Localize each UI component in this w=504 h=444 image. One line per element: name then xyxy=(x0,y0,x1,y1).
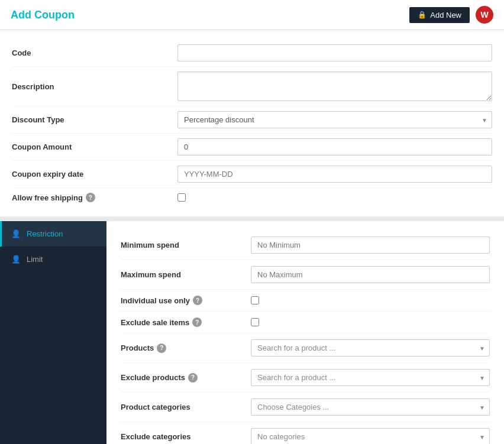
product-categories-select-wrapper: Choose Categoies ... ▼ xyxy=(251,398,490,416)
free-shipping-checkbox[interactable] xyxy=(177,193,186,202)
tab-limit[interactable]: 👤 Limit xyxy=(0,247,106,272)
individual-use-help-icon[interactable]: ? xyxy=(193,296,202,305)
page-title: Add Coupon xyxy=(11,9,75,21)
coupon-amount-row: Coupon Amount xyxy=(12,134,492,161)
discount-type-row: Discount Type Percentage discount Fixed … xyxy=(12,106,492,134)
exclude-sale-label: Exclude sale items ? xyxy=(121,317,251,327)
products-select-wrapper: Search for a product ... ▼ xyxy=(251,339,490,357)
exclude-sale-help-icon[interactable]: ? xyxy=(192,317,202,327)
free-shipping-row: Allow free shipping ? xyxy=(12,188,492,207)
products-label: Products ? xyxy=(121,343,251,353)
exclude-products-select[interactable]: Search for a product ... xyxy=(251,369,490,386)
min-spend-label: Minimum spend xyxy=(121,241,251,249)
products-select[interactable]: Search for a product ... xyxy=(251,339,490,357)
add-new-button[interactable]: 🔒 Add New xyxy=(409,7,470,23)
free-shipping-label: Allow free shipping ? xyxy=(12,193,177,202)
expiry-date-row: Coupon expiry date xyxy=(12,161,492,188)
restriction-tab-content: Minimum spend Maximum spend Individual u… xyxy=(106,221,504,444)
discount-type-select[interactable]: Percentage discount Fixed cart discount … xyxy=(177,111,492,128)
description-row: Description xyxy=(12,67,492,106)
max-spend-input[interactable] xyxy=(251,266,490,283)
min-spend-row: Minimum spend xyxy=(121,231,490,260)
coupon-amount-input[interactable] xyxy=(177,138,492,155)
exclude-products-label: Exclude products ? xyxy=(121,373,251,383)
free-shipping-help-icon[interactable]: ? xyxy=(86,193,95,202)
exclude-products-select-wrapper: Search for a product ... ▼ xyxy=(251,369,490,386)
individual-use-checkbox[interactable] xyxy=(251,296,259,304)
main-content: Code Description Discount Type Percentag… xyxy=(0,30,504,444)
max-spend-label: Maximum spend xyxy=(121,270,251,279)
products-row: Products ? Search for a product ... ▼ xyxy=(121,333,490,363)
product-categories-label: Product categories xyxy=(121,403,251,411)
max-spend-row: Maximum spend xyxy=(121,260,490,290)
top-bar: Add Coupon 🔒 Add New W xyxy=(0,0,504,30)
tabs-container: 👤 Restriction 👤 Limit Minimum spend Maxi… xyxy=(0,221,504,444)
discount-type-label: Discount Type xyxy=(12,115,177,124)
limit-icon: 👤 xyxy=(11,255,21,264)
tab-restriction[interactable]: 👤 Restriction xyxy=(0,221,106,247)
exclude-categories-row: Exclude categories No categories ▼ xyxy=(121,422,490,444)
exclude-sale-row: Exclude sale items ? xyxy=(121,312,490,333)
coupon-amount-label: Coupon Amount xyxy=(12,142,177,151)
general-section: Code Description Discount Type Percentag… xyxy=(0,30,504,216)
lock-icon: 🔒 xyxy=(418,11,427,19)
expiry-date-input[interactable] xyxy=(177,166,492,183)
code-input[interactable] xyxy=(177,44,492,61)
code-row: Code xyxy=(12,40,492,67)
product-categories-row: Product categories Choose Categoies ... … xyxy=(121,393,490,422)
exclude-products-row: Exclude products ? Search for a product … xyxy=(121,363,490,393)
exclude-categories-select-wrapper: No categories ▼ xyxy=(251,428,490,444)
product-categories-select[interactable]: Choose Categoies ... xyxy=(251,398,490,416)
exclude-categories-label: Exclude categories xyxy=(121,432,251,441)
section-divider xyxy=(0,216,504,221)
exclude-products-help-icon[interactable]: ? xyxy=(188,373,198,383)
individual-use-row: Individual use only ? xyxy=(121,290,490,312)
individual-use-label: Individual use only ? xyxy=(121,296,251,305)
exclude-categories-select[interactable]: No categories xyxy=(251,428,490,444)
wordpress-logo: W xyxy=(476,6,493,24)
exclude-sale-checkbox[interactable] xyxy=(251,318,259,326)
discount-type-select-wrapper: Percentage discount Fixed cart discount … xyxy=(177,111,492,128)
min-spend-input[interactable] xyxy=(251,236,490,254)
sidebar-tabs: 👤 Restriction 👤 Limit xyxy=(0,221,106,444)
products-help-icon[interactable]: ? xyxy=(157,343,166,353)
description-label: Description xyxy=(12,82,177,91)
description-input[interactable] xyxy=(177,72,492,101)
top-bar-actions: 🔒 Add New W xyxy=(409,6,493,24)
restriction-icon: 👤 xyxy=(11,229,21,238)
expiry-date-label: Coupon expiry date xyxy=(12,170,177,179)
code-label: Code xyxy=(12,48,177,57)
